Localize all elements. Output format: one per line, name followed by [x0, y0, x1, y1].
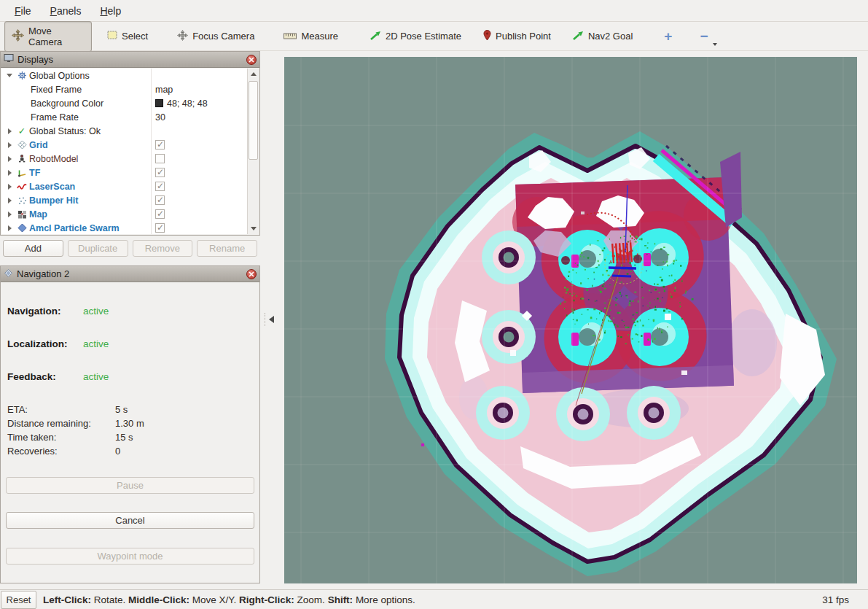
duplicate-display-button[interactable]: Duplicate [68, 240, 128, 257]
tool-focus-camera[interactable]: Focus Camera [171, 26, 261, 47]
amcl-diamond-icon [15, 223, 29, 233]
frame-rate-value[interactable]: 30 [155, 112, 165, 123]
dropdown-arrow-icon [713, 43, 717, 46]
add-tool-button[interactable]: + [658, 28, 678, 44]
navigation2-body: Navigation: active Localization: active … [1, 283, 259, 582]
navigation2-panel-header[interactable]: Navigation 2 [1, 266, 259, 282]
mouse-help-text: Left-Click: Rotate. Middle-Click: Move X… [43, 594, 822, 605]
distance-remaining-value: 1.30 m [115, 418, 144, 429]
3d-viewport[interactable] [284, 57, 857, 583]
displays-panel: Displays Global Options Fixed Frame map … [0, 51, 260, 236]
tf-checkbox[interactable] [155, 168, 165, 177]
global-options-gear-icon [15, 71, 29, 80]
robot-model-icon [15, 154, 29, 163]
measure-icon [284, 31, 297, 42]
add-display-button[interactable]: Add [3, 240, 63, 257]
status-bar: Reset Left-Click: Rotate. Middle-Click: … [0, 589, 868, 609]
nav2-diamond-icon [4, 268, 13, 280]
display-row-bumper-hit[interactable]: Bumper Hit [1, 193, 259, 207]
reset-button[interactable]: Reset [1, 591, 36, 609]
navigation2-close-button[interactable] [246, 269, 257, 279]
display-row-background-color[interactable]: Background Color 48; 48; 48 [1, 96, 259, 110]
bumper-hit-dots-icon [15, 196, 29, 205]
tool-publish-point[interactable]: Publish Point [477, 26, 558, 47]
scroll-down-button[interactable] [248, 223, 259, 234]
feedback-status: active [83, 371, 109, 382]
grid-checkbox[interactable] [155, 140, 165, 150]
tool-measure[interactable]: Measure [277, 27, 345, 45]
bumper-hit-checkbox[interactable] [155, 195, 165, 205]
tool-move-camera[interactable]: Move Camera [4, 21, 92, 52]
navigation2-panel: Navigation 2 Navigation: active Localiza… [0, 265, 260, 583]
remove-display-button[interactable]: Remove [133, 240, 193, 257]
eta-value: 5 s [115, 404, 128, 415]
map-checkbox[interactable] [155, 209, 165, 219]
display-row-map[interactable]: Map [1, 207, 259, 221]
collapse-left-icon [269, 316, 274, 323]
status-ok-check-icon: ✓ [15, 125, 29, 136]
amcl-checkbox[interactable] [155, 223, 165, 233]
focus-camera-icon [177, 30, 188, 43]
tf-axes-icon [15, 168, 29, 177]
display-row-global-status[interactable]: ✓ Global Status: Ok [1, 124, 259, 138]
menu-help[interactable]: Help [91, 2, 130, 20]
pause-button[interactable]: Pause [6, 477, 254, 494]
expander-closed-icon [8, 128, 12, 134]
tool-nav2-goal[interactable]: Nav2 Goal [566, 27, 639, 46]
panel-collapse-handle[interactable] [265, 310, 275, 329]
display-row-laserscan[interactable]: LaserScan [1, 179, 259, 193]
costmap-render [284, 57, 857, 583]
displays-tree: Global Options Fixed Frame map Backgroun… [1, 69, 259, 234]
time-taken-value: 15 s [115, 432, 133, 443]
scrollbar-thumb[interactable] [249, 81, 258, 160]
display-row-global-options[interactable]: Global Options [1, 69, 259, 82]
display-row-grid[interactable]: Grid [1, 138, 259, 152]
laser-scan-icon [15, 182, 29, 191]
display-row-frame-rate[interactable]: Frame Rate 30 [1, 110, 259, 124]
menu-panels[interactable]: Panels [42, 2, 90, 20]
color-swatch [155, 99, 163, 107]
display-row-amcl-particle-swarm[interactable]: Amcl Particle Swarm [1, 221, 259, 235]
scroll-up-button[interactable] [248, 69, 259, 79]
publish-point-pin-icon [483, 30, 491, 43]
robotmodel-checkbox[interactable] [155, 154, 165, 163]
cancel-button[interactable]: Cancel [6, 512, 254, 529]
rename-display-button[interactable]: Rename [197, 240, 257, 257]
grid-icon [15, 140, 29, 150]
display-row-tf[interactable]: TF [1, 166, 259, 179]
move-camera-icon [12, 29, 24, 44]
tool-bar: Move Camera Select Focus Camera Measure … [0, 22, 868, 51]
menu-bar: File Panels Help [0, 0, 868, 22]
displays-button-row: Add Duplicate Remove Rename [0, 240, 260, 258]
localization-status: active [83, 338, 109, 349]
displays-panel-header[interactable]: Displays [1, 52, 259, 68]
expander-open-icon [7, 74, 12, 77]
displays-icon [4, 54, 14, 65]
display-row-fixed-frame[interactable]: Fixed Frame map [1, 82, 259, 96]
map-icon [15, 210, 29, 219]
pose-estimate-arrow-icon [370, 31, 381, 42]
select-icon [107, 31, 117, 42]
display-row-robotmodel[interactable]: RobotModel [1, 152, 259, 166]
displays-close-button[interactable] [246, 55, 257, 65]
menu-file[interactable]: File [6, 2, 40, 20]
waypoint-mode-button[interactable]: Waypoint mode [6, 548, 254, 565]
recoveries-value: 0 [115, 446, 120, 457]
tool-2d-pose-estimate[interactable]: 2D Pose Estimate [364, 27, 468, 46]
displays-scrollbar[interactable] [247, 69, 259, 234]
laserscan-checkbox[interactable] [155, 182, 165, 191]
remove-tool-button[interactable]: − [694, 28, 713, 44]
nav2-goal-arrow-icon [573, 31, 584, 42]
fixed-frame-value[interactable]: map [155, 85, 173, 95]
tool-select[interactable]: Select [101, 27, 155, 45]
fps-counter: 31 fps [822, 594, 849, 605]
background-color-value[interactable]: 48; 48; 48 [155, 98, 208, 109]
navigation-status: active [83, 306, 109, 317]
